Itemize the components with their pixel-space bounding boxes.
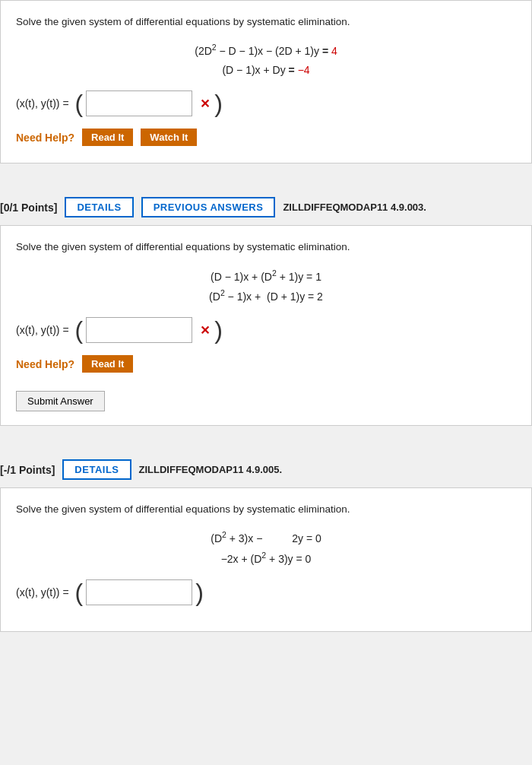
zill-ref-2: ZILLDIFFEQMODAP11 4.9.003. [283, 202, 426, 213]
problem-1-eq1: (2D2 − D − 1)x − (2D + 1)y = 4 [16, 40, 516, 61]
problem-2-eq1: (D − 1)x + (D2 + 1)y = 1 [16, 266, 516, 287]
problem-3-answer-row: (x(t), y(t)) = ( ) [16, 579, 516, 605]
problem-1-help-row: Need Help? Read It Watch It [16, 129, 516, 146]
details-btn-3[interactable]: DETAILS [62, 459, 131, 480]
right-paren-3: ) [195, 580, 204, 605]
problem-3-header: [-/1 Points] DETAILS ZILLDIFFEQMODAP11 4… [0, 452, 532, 487]
answer-input-2[interactable] [86, 317, 192, 343]
problem-2-eq2: (D2 − 1)x + (D + 1)y = 2 [16, 286, 516, 306]
left-paren-2: ( [75, 318, 84, 342]
submit-btn-2[interactable]: Submit Answer [16, 391, 105, 411]
answer-label-3: (x(t), y(t)) = [16, 586, 69, 598]
wrong-mark-1: ✕ [200, 97, 210, 111]
problem-3-block: Solve the given system of differential e… [0, 487, 532, 632]
right-paren-1: ) [214, 91, 223, 116]
read-it-btn-2[interactable]: Read It [82, 355, 133, 373]
problem-2-block: Solve the given system of differential e… [0, 225, 532, 426]
problem-3-points: [-/1 Points] [0, 464, 55, 476]
problem-3-equations: (D2 + 3)x − 2y = 0 −2x + (D2 + 3)y = 0 [16, 528, 516, 569]
problem-1-block: Solve the given system of differential e… [0, 0, 532, 163]
zill-ref-3: ZILLDIFFEQMODAP11 4.9.005. [139, 464, 283, 475]
left-paren-1: ( [75, 91, 84, 116]
watch-it-btn-1[interactable]: Watch It [141, 129, 197, 146]
submit-row-2: Submit Answer [16, 383, 516, 411]
details-btn-2[interactable]: DETAILS [65, 197, 133, 217]
prev-answers-btn-2[interactable]: PREVIOUS ANSWERS [141, 197, 276, 217]
answer-input-1[interactable] [86, 90, 192, 116]
problem-1-intro: Solve the given system of differential e… [16, 14, 516, 30]
problem-2-header: [0/1 Points] DETAILS PREVIOUS ANSWERS ZI… [0, 189, 532, 225]
answer-input-3[interactable] [86, 579, 192, 605]
answer-label-2: (x(t), y(t)) = [16, 324, 69, 336]
problem-2-help-row: Need Help? Read It [16, 355, 516, 373]
problem-3-eq1: (D2 + 3)x − 2y = 0 [16, 528, 516, 548]
problem-1-answer-row: (x(t), y(t)) = ( ✕ ) [16, 90, 516, 116]
problem-1-eq2: (D − 1)x + Dy = −4 [16, 61, 516, 80]
need-help-label-2: Need Help? [16, 358, 74, 370]
left-paren-3: ( [75, 580, 84, 605]
problem-2-answer-row: (x(t), y(t)) = ( ✕ ) [16, 317, 516, 343]
problem-3-intro: Solve the given system of differential e… [16, 502, 516, 517]
problem-2-intro: Solve the given system of differential e… [16, 240, 516, 255]
problem-2-points: [0/1 Points] [0, 202, 57, 214]
right-paren-2: ) [214, 318, 223, 342]
need-help-label-1: Need Help? [16, 132, 74, 144]
wrong-mark-2: ✕ [200, 323, 210, 338]
problem-2-equations: (D − 1)x + (D2 + 1)y = 1 (D2 − 1)x + (D … [16, 266, 516, 307]
problem-1-equations: (2D2 − D − 1)x − (2D + 1)y = 4 (D − 1)x … [16, 40, 516, 80]
problem-3-eq2: −2x + (D2 + 3)y = 0 [16, 548, 516, 569]
read-it-btn-1[interactable]: Read It [82, 129, 133, 146]
answer-label-1: (x(t), y(t)) = [16, 97, 69, 110]
